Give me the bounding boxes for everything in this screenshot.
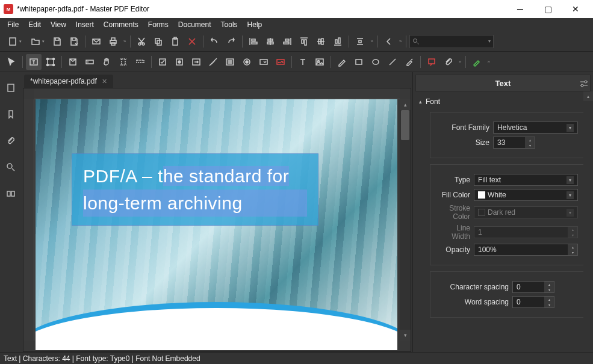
align-center-v-button[interactable] [313, 34, 329, 49]
word-spacing-input[interactable]: 0▴▾ [512, 296, 554, 308]
font-section-toggle[interactable]: Font [415, 95, 591, 108]
fill-color-select[interactable]: White [474, 189, 578, 201]
rectangle-tool[interactable] [351, 54, 367, 70]
menu-file[interactable]: File [2, 19, 23, 30]
form-field-tool[interactable] [82, 54, 98, 70]
snapshot-tool[interactable] [132, 54, 148, 70]
menu-forms[interactable]: Forms [143, 19, 173, 30]
redo-button[interactable] [223, 34, 239, 49]
save-button[interactable] [49, 34, 65, 49]
save-as-button[interactable] [66, 34, 82, 49]
svg-rect-0 [10, 38, 16, 45]
search-tab[interactable] [0, 154, 22, 180]
signature-tool[interactable] [273, 54, 288, 70]
email-button[interactable] [88, 34, 104, 49]
selected-text-box[interactable]: PDF/A – the standard for long-term archi… [72, 153, 318, 226]
document-canvas[interactable]: PDF/A – the standard for long-term archi… [23, 88, 411, 352]
toolbar-overflow-1[interactable]: » [122, 39, 127, 44]
align-right-button[interactable] [279, 34, 295, 49]
checkbox-tool[interactable] [155, 54, 170, 70]
thumbnails-tab[interactable] [0, 75, 22, 101]
text-line-2[interactable]: long-term archiving [83, 190, 307, 217]
line-tool[interactable] [385, 54, 400, 70]
search-input[interactable]: ▾ [409, 35, 494, 48]
edit-object-tool[interactable] [43, 54, 58, 70]
toolbar-overflow-3[interactable]: » [398, 39, 403, 44]
menu-comments[interactable]: Comments [99, 19, 143, 30]
highlight-tool[interactable] [402, 54, 417, 70]
delete-button[interactable] [184, 34, 200, 49]
svg-rect-33 [429, 59, 435, 64]
note-tool[interactable] [424, 54, 439, 70]
svg-point-35 [7, 164, 12, 168]
align-center-h-button[interactable] [262, 34, 278, 49]
attachment-tool[interactable] [441, 54, 456, 70]
document-tabstrip: *whitepaper-pdfa.pdf ✕ [22, 72, 412, 88]
link-tool[interactable] [188, 54, 204, 70]
select-text-tool[interactable] [116, 54, 131, 70]
scroll-thumb[interactable] [401, 110, 409, 140]
list-tool[interactable] [222, 54, 238, 70]
nav-prev-button[interactable] [381, 34, 397, 49]
distribute-button[interactable] [352, 34, 368, 49]
status-text: Text | Characters: 44 | Font type: Type0… [4, 354, 200, 363]
panel-scrollbar[interactable]: ▴ [583, 91, 593, 352]
align-bottom-button[interactable] [330, 34, 346, 49]
paste-button[interactable] [167, 34, 183, 49]
properties-panel: Text Font Font Family Helvetica Size 33▴… [412, 72, 593, 352]
window-maximize-button[interactable]: ▢ [534, 0, 562, 18]
select-tool[interactable] [4, 54, 19, 70]
edit-text-tool[interactable] [26, 54, 42, 70]
window-minimize-button[interactable]: ─ [506, 0, 534, 18]
svg-rect-34 [8, 84, 14, 91]
bookmarks-tab[interactable] [0, 101, 22, 128]
menu-edit[interactable]: Edit [23, 19, 46, 30]
size-input[interactable]: 33▴▾ [493, 137, 535, 149]
dropdown-tool[interactable] [256, 54, 272, 70]
highlighter-tool[interactable] [469, 54, 485, 70]
layers-tab[interactable] [0, 180, 22, 207]
menu-tools[interactable]: Tools [216, 19, 243, 30]
menu-document[interactable]: Document [173, 19, 216, 30]
scroll-up-icon[interactable]: ▴ [400, 99, 411, 110]
text-line-1[interactable]: PDF/A – the standard for [83, 162, 307, 190]
tab-close-icon[interactable]: ✕ [102, 78, 107, 85]
font-family-select[interactable]: Helvetica [493, 122, 578, 134]
window-titlebar: M *whitepaper-pdfa.pdf - Master PDF Edit… [0, 0, 593, 18]
window-close-button[interactable]: ✕ [562, 0, 589, 18]
document-tab[interactable]: *whitepaper-pdfa.pdf ✕ [24, 75, 113, 88]
open-button[interactable] [26, 34, 48, 49]
scroll-down-icon[interactable]: ▾ [400, 330, 411, 341]
insert-image-tool[interactable] [312, 54, 328, 70]
insert-text-tool[interactable] [295, 54, 311, 70]
align-top-button[interactable] [296, 34, 312, 49]
document-page[interactable]: PDF/A – the standard for long-term archi… [36, 99, 397, 350]
toolbar-overflow-4[interactable]: » [458, 59, 462, 64]
copy-button[interactable] [151, 34, 166, 49]
hand-tool[interactable] [99, 54, 114, 70]
pencil-tool[interactable] [334, 54, 350, 70]
menu-insert[interactable]: Insert [71, 19, 99, 30]
cut-button[interactable] [134, 34, 149, 49]
ellipse-tool[interactable] [368, 54, 383, 70]
undo-button[interactable] [206, 34, 222, 49]
char-spacing-input[interactable]: 0▴▾ [512, 281, 554, 293]
print-button[interactable] [105, 34, 121, 49]
page-background-image: PDF/A – the standard for long-term archi… [36, 99, 397, 350]
bullet-tool[interactable] [239, 54, 255, 70]
opacity-input[interactable]: 100%▴▾ [474, 244, 578, 256]
menu-view[interactable]: View [46, 19, 71, 30]
svg-point-39 [581, 84, 583, 87]
toolbar-overflow-5[interactable]: » [486, 59, 491, 64]
menu-help[interactable]: Help [243, 19, 267, 30]
align-left-button[interactable] [246, 34, 261, 49]
edit-forms-tool[interactable] [65, 54, 81, 70]
type-select[interactable]: Fill text [474, 174, 578, 186]
toolbar-overflow-2[interactable]: » [369, 39, 374, 44]
new-document-button[interactable] [4, 34, 25, 49]
vertical-scrollbar[interactable]: ▴ ▾ [400, 99, 411, 341]
measure-tool[interactable] [205, 54, 221, 70]
attachments-tab[interactable] [0, 128, 22, 154]
radio-tool[interactable] [172, 54, 187, 70]
panel-settings-icon[interactable] [577, 78, 591, 90]
